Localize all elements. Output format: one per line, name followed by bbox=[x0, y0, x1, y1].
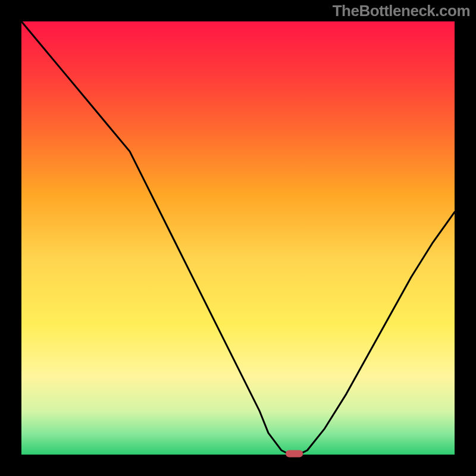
chart-svg bbox=[0, 0, 476, 476]
watermark-text: TheBottleneck.com bbox=[333, 2, 470, 20]
optimal-marker bbox=[286, 450, 303, 458]
bottleneck-chart: TheBottleneck.com bbox=[0, 0, 476, 476]
plot-background bbox=[21, 21, 455, 455]
